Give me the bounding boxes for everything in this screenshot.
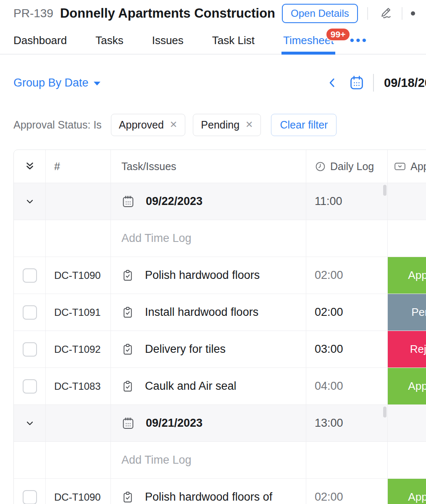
task-name[interactable]: Polish hardwood floors: [145, 269, 260, 282]
timesheet-toolbar: Group By Date: [0, 70, 426, 96]
add-time-log-input[interactable]: Add Time Log: [121, 232, 192, 245]
add-time-log-input[interactable]: Add Time Log: [121, 454, 192, 467]
tab-issues[interactable]: Issues: [152, 27, 184, 54]
project-header: PR-139 Donnelly Apartments Construction …: [0, 0, 426, 27]
group-row: 09/21/202313:00: [14, 405, 426, 442]
project-id: PR-139: [13, 7, 53, 20]
add-time-log-row: Add Time Log: [14, 220, 426, 257]
row-checkbox[interactable]: [23, 342, 37, 357]
calendar-icon: [121, 194, 135, 209]
daily-total: 13:00: [315, 417, 343, 430]
open-details-button[interactable]: Open Details: [282, 4, 358, 23]
scrollbar-thumb[interactable]: [383, 185, 387, 196]
clock-icon: [315, 161, 326, 172]
chevron-down-icon[interactable]: [25, 197, 35, 207]
task-icon: [121, 306, 134, 319]
table-row: DC-T1090Polish hardwood floors02:00Appro…: [14, 257, 426, 294]
logged-time[interactable]: 02:00: [315, 269, 343, 282]
logged-time[interactable]: 03:00: [315, 343, 343, 356]
filter-criteria-label: Approval Status: Is: [13, 119, 102, 131]
column-id-header[interactable]: #: [54, 160, 60, 173]
group-date: 09/21/2023: [146, 417, 202, 430]
notification-badge: 99+: [326, 28, 351, 41]
table-row: DC-T1092Delivery for tiles03:00Rejected: [14, 331, 426, 368]
tab-dashboard[interactable]: Dashboard: [13, 27, 67, 54]
collapse-all-icon[interactable]: [14, 150, 46, 183]
close-icon[interactable]: ✕: [170, 119, 177, 130]
chevron-down-icon[interactable]: [25, 418, 35, 428]
approval-status-badge[interactable]: Approved: [388, 479, 426, 504]
filter-chip-approved[interactable]: Approved✕: [111, 114, 185, 136]
task-id: DC-T1092: [54, 344, 101, 355]
clear-filter-button[interactable]: Clear filter: [271, 114, 337, 136]
chevron-left-icon[interactable]: [327, 76, 338, 89]
header-divider: [367, 7, 368, 20]
row-checkbox[interactable]: [23, 268, 37, 283]
logged-time[interactable]: 02:00: [315, 491, 343, 504]
tab-tasks[interactable]: Tasks: [95, 27, 123, 54]
module-tabs: DashboardTasksIssuesTask ListTimesheet99…: [0, 27, 426, 55]
close-icon[interactable]: ✕: [245, 119, 253, 130]
table-body: 09/22/202311:00Add Time LogDC-T1090Polis…: [14, 183, 426, 504]
calendar-icon: [121, 416, 135, 430]
date-divider: [373, 74, 374, 92]
caret-down-icon: [94, 81, 100, 85]
timesheet-page: PR-139 Donnelly Apartments Construction …: [0, 0, 426, 504]
row-checkbox[interactable]: [23, 305, 37, 320]
project-title: Donnelly Apartments Construction: [60, 6, 275, 21]
task-id: DC-T1091: [54, 307, 101, 318]
add-time-log-row: Add Time Log: [14, 442, 426, 479]
table-row: DC-T1091Install hardwood floors02:00Pend…: [14, 294, 426, 331]
task-id: DC-T1090: [54, 491, 101, 503]
task-id: DC-T1083: [54, 381, 101, 392]
task-icon: [121, 343, 134, 356]
timesheet-table: # Task/Issues Daily Log Approval: [13, 150, 426, 504]
pen-icon[interactable]: [377, 6, 392, 21]
logged-time[interactable]: 04:00: [315, 380, 343, 393]
header-divider: [402, 7, 402, 20]
column-daily-log-header[interactable]: Daily Log: [330, 160, 374, 173]
column-approval-header[interactable]: Approval: [410, 160, 426, 173]
task-id: DC-T1090: [54, 270, 101, 281]
task-icon: [121, 269, 134, 282]
task-name[interactable]: Caulk and Air seal: [145, 380, 237, 393]
filter-chip-pending[interactable]: Pending✕: [193, 114, 261, 136]
date-range-start[interactable]: 09/18/2023: [384, 76, 426, 90]
task-icon: [121, 491, 134, 504]
group-row: 09/22/202311:00: [14, 183, 426, 220]
row-checkbox[interactable]: [23, 490, 37, 504]
group-date: 09/22/2023: [146, 195, 202, 208]
tab-task-list[interactable]: Task List: [212, 27, 255, 54]
task-icon: [121, 380, 134, 393]
approval-status-badge[interactable]: Approved: [388, 257, 426, 294]
task-name[interactable]: Install hardwood floors: [145, 306, 258, 319]
daily-total: 11:00: [315, 195, 342, 208]
table-row: DC-T1090Polish hardwood floors of02:00Ap…: [14, 479, 426, 504]
approval-status-badge[interactable]: Approved: [388, 368, 426, 404]
approval-stamp-icon: [394, 161, 406, 172]
group-by-label: Group By Date: [13, 76, 89, 89]
overflow-dot[interactable]: [411, 11, 415, 16]
task-name[interactable]: Polish hardwood floors of: [145, 491, 272, 504]
filter-bar: Approval Status: Is Approved✕Pending✕Cle…: [0, 113, 426, 137]
tabs-more-button[interactable]: •••: [350, 33, 368, 47]
approval-status-badge[interactable]: Rejected: [388, 331, 426, 368]
approval-status-badge[interactable]: Pending: [388, 294, 426, 331]
table-row: DC-T1083Caulk and Air seal04:00Approved: [14, 368, 426, 405]
calendar-icon[interactable]: [349, 74, 365, 91]
scrollbar-thumb[interactable]: [383, 407, 387, 417]
column-task-header[interactable]: Task/Issues: [121, 160, 176, 173]
task-name[interactable]: Delivery for tiles: [145, 343, 226, 356]
table-header-row: # Task/Issues Daily Log Approval: [14, 150, 426, 183]
date-navigator: 09/18/2023: [327, 70, 426, 96]
tab-timesheet[interactable]: Timesheet99+: [283, 27, 334, 54]
group-by-dropdown[interactable]: Group By Date: [13, 76, 100, 89]
row-checkbox[interactable]: [23, 379, 37, 394]
logged-time[interactable]: 02:00: [315, 306, 343, 319]
